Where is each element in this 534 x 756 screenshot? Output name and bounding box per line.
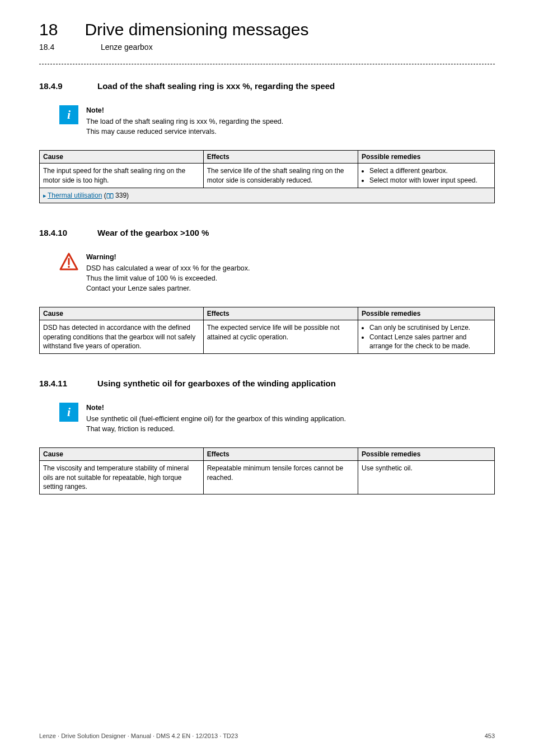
book-icon	[106, 193, 114, 199]
page-ref-num: 339)	[114, 192, 129, 199]
warning-text-line: Contact your Lenze sales partner.	[86, 284, 191, 292]
cause-effects-table: Cause Effects Possible remedies The visc…	[39, 447, 495, 494]
chapter-number: 18	[39, 20, 58, 39]
table-cell-effects: The expected service life will be possib…	[203, 320, 358, 354]
table-cell-remedy: Use synthetic oil.	[358, 461, 495, 494]
section-title: Load of the shaft sealing ring is xxx %,…	[97, 81, 335, 91]
warning-text-line: Thus the limit value of 100 % is exceede…	[86, 274, 217, 282]
warning-label: Warning!	[86, 252, 250, 262]
table-header-remedies: Possible remedies	[358, 151, 495, 164]
warning-icon	[59, 252, 78, 271]
note-label: Note!	[86, 105, 283, 115]
table-header-remedies: Possible remedies	[358, 307, 495, 320]
note-text-line: The load of the shaft sealing ring is xx…	[86, 118, 283, 125]
cause-effects-table: Cause Effects Possible remedies The inpu…	[39, 150, 495, 203]
separator-line	[39, 64, 495, 64]
table-header-effects: Effects	[203, 448, 358, 461]
table-header-effects: Effects	[203, 151, 358, 164]
table-header-cause: Cause	[40, 448, 204, 461]
table-header-effects: Effects	[203, 307, 358, 320]
table-header-remedies: Possible remedies	[358, 448, 495, 461]
cause-effects-table: Cause Effects Possible remedies DSD has …	[39, 307, 495, 354]
page-number: 453	[485, 732, 495, 739]
section-number: 18.4.10	[39, 228, 76, 237]
table-header-cause: Cause	[40, 307, 204, 320]
table-cell-cause: The viscosity and temperature stability …	[40, 461, 204, 494]
arrow-icon: ▸	[43, 192, 46, 199]
chapter-title: Drive dimensioning messages	[85, 20, 308, 39]
table-cell-cause: DSD has detected in accordance with the …	[40, 320, 204, 354]
warning-text-line: DSD has calculated a wear of xxx % for t…	[86, 264, 250, 272]
section-title: Wear of the gearbox >100 %	[97, 228, 209, 237]
thermal-utilisation-link[interactable]: Thermal utilisation	[48, 192, 102, 199]
remedy-item: Select a different gearbox.	[369, 166, 491, 175]
note-text-line: This may cause reduced service intervals…	[86, 128, 217, 136]
info-icon: i	[59, 403, 78, 422]
remedy-item: Contact Lenze sales partner and arrange …	[369, 333, 491, 351]
section-title: Using synthetic oil for gearboxes of the…	[97, 379, 336, 388]
subsection-number: 18.4	[39, 43, 67, 52]
table-cell-effects: Repeatable minimum tensile forces cannot…	[203, 461, 358, 494]
remedy-item: Select motor with lower input speed.	[369, 176, 491, 185]
table-header-cause: Cause	[40, 151, 204, 164]
section-number: 18.4.11	[39, 379, 76, 388]
info-icon: i	[59, 105, 78, 124]
table-cell-effects: The service life of the shaft sealing ri…	[203, 164, 358, 188]
footer-left: Lenze · Drive Solution Designer · Manual…	[39, 732, 238, 739]
table-cell-cause: The input speed for the shaft sealing ri…	[40, 164, 204, 188]
note-text-line: Use synthetic oil (fuel-efficient engine…	[86, 415, 346, 423]
subsection-title: Lenze gearbox	[101, 43, 153, 52]
note-label: Note!	[86, 403, 346, 413]
remedy-item: Can only be scrutinised by Lenze.	[369, 323, 491, 332]
note-text-line: That way, friction is reduced.	[86, 425, 175, 433]
table-cell-remedies: Can only be scrutinised by Lenze. Contac…	[358, 320, 495, 354]
table-cell-remedies: Select a different gearbox. Select motor…	[358, 164, 495, 188]
svg-point-2	[68, 266, 70, 268]
section-number: 18.4.9	[39, 81, 76, 91]
table-link-row: ▸Thermal utilisation ( 339)	[40, 188, 495, 203]
